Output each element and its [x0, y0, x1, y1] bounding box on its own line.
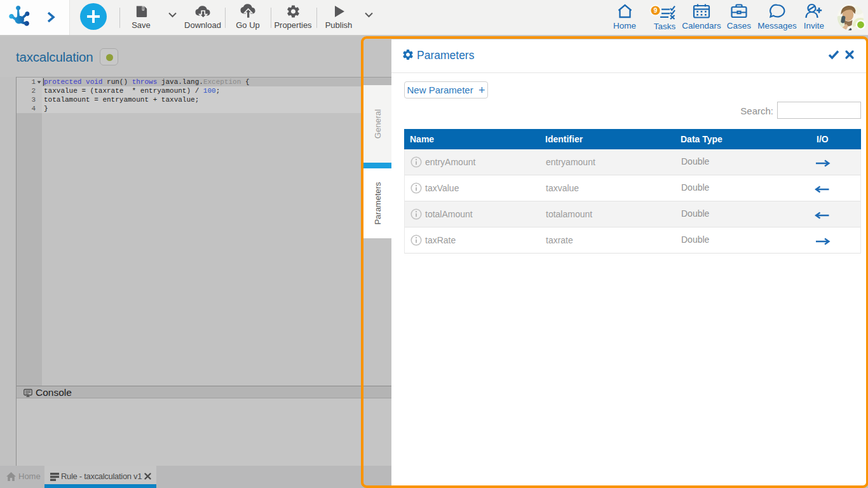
svg-text:9: 9	[654, 6, 658, 14]
